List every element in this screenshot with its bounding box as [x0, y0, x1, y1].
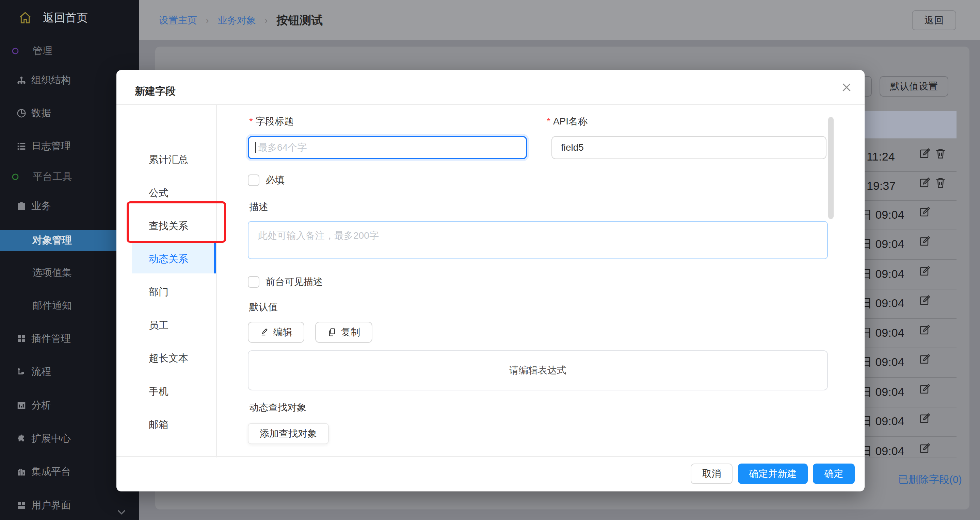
table-row-time: 日 09:04	[861, 296, 904, 310]
puzzle-icon	[16, 434, 27, 444]
sidebar-item-label: 集成平台	[31, 465, 71, 479]
confirm-and-new-button[interactable]: 确定并新建	[738, 463, 808, 484]
breadcrumb-separator-icon: ›	[206, 15, 209, 26]
sidebar-item-liucheng[interactable]: 流程	[16, 364, 51, 379]
field-type-item[interactable]: 手机	[149, 385, 169, 399]
bar-chart-icon	[16, 400, 27, 411]
field-type-item-selected[interactable]: 动态关系	[149, 252, 188, 266]
sidebar-item-guanli[interactable]: 管理	[11, 44, 52, 59]
trash-icon[interactable]	[934, 147, 947, 160]
table-row-time: 日 09:04	[861, 326, 904, 340]
table-row-time: 19:37	[867, 179, 896, 192]
trash-icon[interactable]	[934, 176, 947, 189]
breadcrumb-current: 按钮测试	[277, 13, 323, 28]
type-list-divider	[216, 105, 217, 457]
cancel-button[interactable]: 取消	[690, 463, 733, 484]
field-type-list: 累计汇总 公式 查找关系 动态关系 部门 员工 超长文本 手机 邮箱 整数 多选	[116, 105, 216, 450]
close-icon[interactable]	[840, 81, 853, 94]
table-row-time: 日 09:04	[861, 385, 904, 399]
breadcrumb-link-home[interactable]: 设置主页	[159, 14, 197, 27]
edit-default-button[interactable]: 编辑	[248, 322, 304, 343]
sidebar-item-duixiangguanli[interactable]: 对象管理	[32, 233, 72, 248]
edit-icon[interactable]	[919, 353, 932, 366]
sidebar-item-yonghujiemian[interactable]: 用户界面	[16, 498, 71, 513]
api-name-input[interactable]: field5	[552, 136, 826, 159]
table-row-time: 日 09:04	[861, 208, 904, 222]
layout-icon	[16, 500, 27, 510]
edit-icon[interactable]	[919, 265, 932, 278]
front-visible-checkbox[interactable]	[248, 276, 259, 288]
sidebar-item-label: 对象管理	[32, 234, 72, 247]
pie-chart-icon	[16, 108, 27, 118]
field-type-item[interactable]: 超长文本	[149, 352, 188, 365]
ring-icon	[11, 173, 19, 181]
deleted-fields-link[interactable]: 已删除字段(0)	[898, 473, 962, 487]
front-visible-checkbox-row: 前台可见描述	[248, 275, 323, 289]
ring-icon	[11, 47, 19, 55]
sidebar-item-label: 数据	[31, 106, 51, 120]
edit-icon[interactable]	[919, 324, 932, 337]
sidebar-home[interactable]: 返回首页	[18, 9, 88, 27]
sidebar-item-yewu[interactable]: 业务	[16, 199, 51, 214]
required-checkbox-row: 必填	[248, 173, 285, 187]
sidebar-item-label: 日志管理	[31, 140, 71, 153]
sidebar-item-jichengpingtai[interactable]: 集成平台	[16, 464, 71, 479]
field-title-label: 字段标题	[256, 115, 294, 128]
sidebar-item-label: 选项值集	[32, 266, 72, 279]
copy-default-button[interactable]: 复制	[315, 322, 372, 343]
dynamic-lookup-label: 动态查找对象	[249, 401, 306, 414]
default-value-label: 默认值	[249, 301, 278, 314]
sidebar-item-youjiantongzhi[interactable]: 邮件通知	[32, 298, 72, 313]
field-type-item[interactable]: 部门	[149, 285, 169, 299]
field-type-item[interactable]: 员工	[149, 319, 169, 332]
sidebar-item-chajianguanli[interactable]: 插件管理	[16, 331, 71, 346]
default-value-settings-button[interactable]: 默认值设置	[880, 76, 948, 97]
sidebar-item-label: 流程	[31, 365, 51, 379]
building-icon	[16, 467, 27, 477]
breadcrumb: 设置主页 › 业务对象 › 按钮测试	[159, 13, 323, 28]
edit-icon[interactable]	[919, 294, 932, 307]
home-icon	[18, 11, 32, 24]
edit-icon[interactable]	[919, 383, 932, 396]
edit-icon[interactable]	[919, 176, 932, 189]
sidebar-item-fenxi[interactable]: 分析	[16, 398, 51, 413]
briefcase-icon	[16, 201, 27, 211]
field-title-input[interactable]: 最多64个字	[248, 136, 527, 159]
sidebar-item-xuanxiangzhiji[interactable]: 选项值集	[32, 265, 72, 280]
field-type-item[interactable]: 累计汇总	[149, 153, 188, 166]
sidebar-item-shuju[interactable]: 数据	[16, 106, 51, 121]
field-type-item[interactable]: 公式	[149, 186, 169, 200]
copy-default-label: 复制	[341, 326, 360, 339]
edit-icon[interactable]	[919, 206, 932, 219]
description-textarea[interactable]: 此处可输入备注，最多200字	[248, 221, 828, 259]
field-type-item[interactable]: 邮箱	[149, 418, 169, 431]
sidebar-item-rizhiguanli[interactable]: 日志管理	[16, 139, 71, 154]
sidebar-item-kuozhanzhongxin[interactable]: 扩展中心	[16, 431, 71, 446]
list-icon	[16, 141, 27, 151]
table-row-time: 日 09:04	[861, 355, 904, 369]
sidebar-item-zuzhijiegou[interactable]: 组织结构	[16, 73, 71, 88]
edit-icon[interactable]	[919, 442, 932, 455]
expression-box[interactable]: 请编辑表达式	[248, 350, 828, 390]
api-name-label: API名称	[553, 115, 587, 128]
edit-icon[interactable]	[919, 235, 932, 248]
sidebar-item-pingtaigongju[interactable]: 平台工具	[11, 170, 72, 184]
breadcrumb-separator-icon: ›	[265, 15, 268, 26]
modal-scrollbar[interactable]	[828, 117, 834, 219]
api-name-value: field5	[561, 142, 584, 153]
sidebar-item-label: 平台工具	[33, 170, 72, 184]
selected-type-bar	[214, 242, 216, 273]
back-button[interactable]: 返回	[912, 10, 956, 30]
confirm-button[interactable]: 确定	[813, 463, 855, 484]
chevron-down-icon[interactable]	[116, 506, 127, 518]
breadcrumb-link-objects[interactable]: 业务对象	[218, 14, 256, 27]
required-checkbox[interactable]	[248, 174, 259, 186]
modal-header-divider	[116, 104, 865, 105]
required-asterisk: *	[249, 116, 253, 127]
sidebar-item-label: 扩展中心	[31, 432, 71, 445]
add-lookup-button[interactable]: 添加查找对象	[248, 423, 329, 444]
table-row-time: 日 09:04	[861, 238, 904, 251]
edit-icon[interactable]	[919, 147, 932, 160]
copy-icon	[328, 328, 337, 337]
edit-icon[interactable]	[919, 412, 932, 425]
